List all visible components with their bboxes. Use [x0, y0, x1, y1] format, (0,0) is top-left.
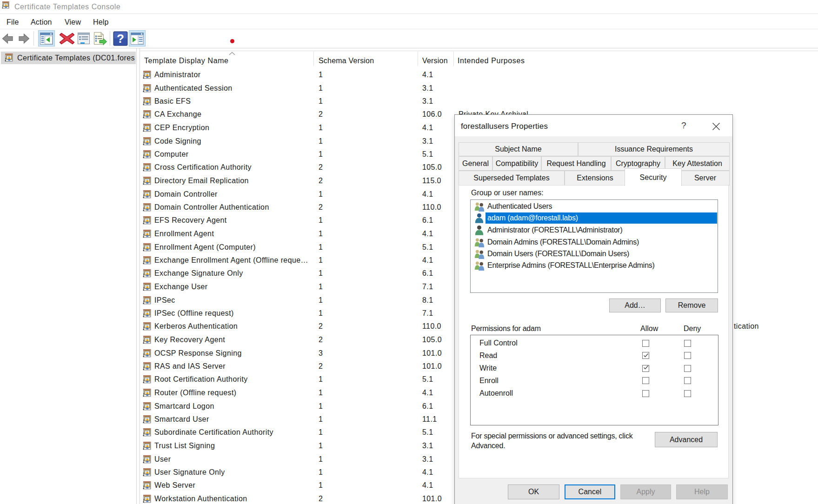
svg-text:?: ? [117, 32, 124, 46]
